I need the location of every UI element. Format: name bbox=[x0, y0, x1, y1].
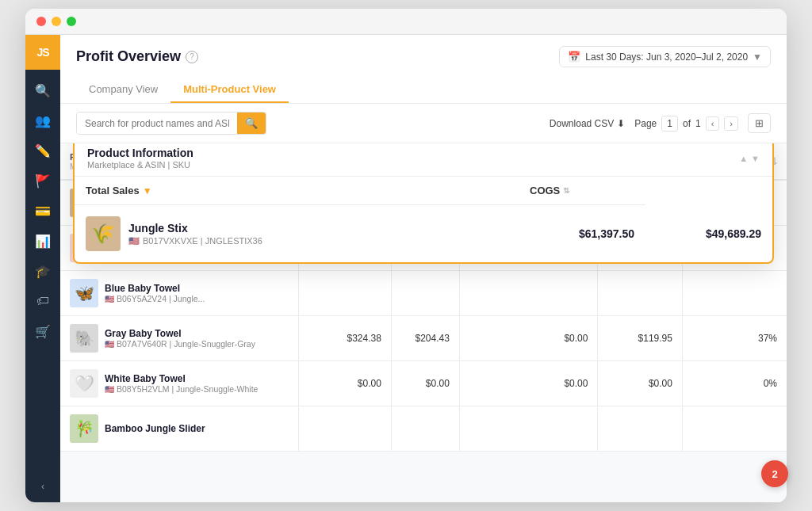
date-picker[interactable]: 📅 Last 30 Days: Jun 3, 2020–Jul 2, 2020 … bbox=[559, 46, 771, 67]
popup-card[interactable]: Product Information Marketplace & ASIN |… bbox=[73, 143, 774, 264]
tab-multi-product-view[interactable]: Multi-Product View bbox=[170, 77, 289, 103]
sidebar-collapse-button[interactable]: ‹ bbox=[29, 477, 57, 496]
flag-icon: 🇺🇸 bbox=[105, 295, 114, 303]
header-top: Profit Overview ? 📅 Last 30 Days: Jun 3,… bbox=[76, 46, 771, 67]
product-image: 🤍 bbox=[70, 369, 98, 398]
product-info: Blue Baby Towel 🇺🇸 B06Y5A2V24 | Jungle..… bbox=[105, 283, 205, 303]
product-info: Bamboo Jungle Slider bbox=[105, 423, 205, 434]
search-input[interactable] bbox=[77, 113, 237, 134]
calendar-icon: 📅 bbox=[568, 51, 580, 63]
cogs-cell: $0.00 bbox=[391, 361, 459, 406]
minimize-dot[interactable] bbox=[52, 17, 61, 26]
sidebar-icon-flag[interactable]: 🚩 bbox=[29, 166, 57, 195]
operating-expenses-cell bbox=[459, 271, 598, 316]
total-pages: 1 bbox=[695, 118, 701, 129]
sidebar-icon-tag[interactable]: 🏷 bbox=[29, 287, 57, 315]
sidebar: JS 🔍 👥 ✏️ 🚩 💳 📊 🎓 🏷 🛒 ‹ bbox=[25, 35, 60, 502]
product-cell: 🎋 Bamboo Jungle Slider bbox=[60, 406, 298, 452]
help-badge[interactable]: 2 bbox=[761, 460, 788, 487]
operating-expenses-cell: $0.00 bbox=[459, 361, 598, 406]
popup-product-row: 🌾 Jungle Stix 🇺🇸 B017VXKVXE | JNGLESTIX3… bbox=[75, 205, 772, 262]
cogs-header-label: COGS bbox=[530, 185, 560, 196]
popup-cogs-value: $49,689.29 bbox=[645, 205, 772, 262]
total-sales-header-label: Total Sales bbox=[86, 185, 140, 196]
header: Profit Overview ? 📅 Last 30 Days: Jun 3,… bbox=[60, 35, 787, 104]
product-image: 🎋 bbox=[70, 414, 98, 443]
product-name: Bamboo Jungle Slider bbox=[105, 423, 205, 434]
sort-up-icon: ▲ bbox=[739, 154, 748, 163]
product-name: Gray Baby Towel bbox=[105, 328, 255, 339]
net-profit-cell: $119.95 bbox=[598, 316, 682, 361]
total-sales-cell: $0.00 bbox=[298, 361, 391, 406]
cogs-cell bbox=[391, 406, 459, 452]
pagination: Page 1 of 1 ‹ › bbox=[634, 116, 738, 132]
popup-product-info-col: Product Information Marketplace & ASIN |… bbox=[87, 147, 193, 170]
column-picker-button[interactable]: ⊞ bbox=[748, 113, 771, 133]
net-profit-cell bbox=[598, 406, 682, 452]
table-container: Product Information ⇅ Marketplace & ASIN… bbox=[60, 143, 787, 502]
popup-product-cell: 🌾 Jungle Stix 🇺🇸 B017VXKVXE | JNGLESTIX3… bbox=[75, 205, 519, 262]
sidebar-icon-cart[interactable]: 🛒 bbox=[29, 317, 57, 345]
popup-product-image: 🌾 bbox=[86, 216, 121, 251]
popup-product-name: Jungle Stix bbox=[128, 222, 262, 235]
toolbar: 🔍 Download CSV ⬇ Page 1 of 1 ‹ › bbox=[60, 104, 787, 143]
total-sales-sort-icon: ▼ bbox=[143, 185, 152, 196]
product-image: 🐘 bbox=[70, 324, 98, 353]
product-cell: 🐘 Gray Baby Towel 🇺🇸 B07A7V640R | Jungle… bbox=[60, 316, 298, 361]
sidebar-logo: JS bbox=[25, 35, 60, 70]
tab-company-view[interactable]: Company View bbox=[76, 77, 170, 103]
total-sales-cell: $324.38 bbox=[298, 316, 391, 361]
popup-total-sales-header[interactable]: Total Sales ▼ bbox=[75, 177, 519, 205]
cogs-sort-icon: ⇅ bbox=[563, 186, 569, 195]
sort-down-icon: ▼ bbox=[751, 154, 760, 163]
product-name: Blue Baby Towel bbox=[105, 283, 205, 294]
prev-page-button[interactable]: ‹ bbox=[706, 116, 720, 131]
popup-col-sub: Marketplace & ASIN | SKU bbox=[87, 160, 193, 170]
total-sales-cell bbox=[298, 406, 391, 452]
info-icon[interactable]: ? bbox=[186, 51, 198, 63]
popup-cogs-header[interactable]: COGS ⇅ bbox=[519, 177, 645, 205]
table-row: 🐘 Gray Baby Towel 🇺🇸 B07A7V640R | Jungle… bbox=[60, 316, 787, 361]
total-sales-cell bbox=[298, 271, 391, 316]
sidebar-icon-card[interactable]: 💳 bbox=[29, 196, 57, 225]
table-row: 🎋 Bamboo Jungle Slider bbox=[60, 406, 787, 452]
next-page-button[interactable]: › bbox=[724, 116, 738, 131]
popup-total-sales-value: $61,397.50 bbox=[519, 205, 645, 262]
sidebar-icon-users[interactable]: 👥 bbox=[29, 106, 57, 135]
product-name: White Baby Towel bbox=[105, 373, 258, 384]
product-cell: 🤍 White Baby Towel 🇺🇸 B08Y5H2VLM | Jungl… bbox=[60, 361, 298, 406]
popup-header: Product Information Marketplace & ASIN |… bbox=[75, 143, 772, 177]
chevron-down-icon: ▼ bbox=[753, 51, 762, 63]
download-csv-label: Download CSV bbox=[550, 118, 614, 129]
product-image: 🦋 bbox=[70, 279, 98, 307]
gross-margin-cell: 37% bbox=[682, 316, 787, 361]
app-body: JS 🔍 👥 ✏️ 🚩 💳 📊 🎓 🏷 🛒 ‹ bbox=[25, 35, 787, 502]
table-row: 🤍 White Baby Towel 🇺🇸 B08Y5H2VLM | Jungl… bbox=[60, 361, 787, 406]
help-badge-count: 2 bbox=[772, 468, 777, 480]
net-profit-cell bbox=[598, 271, 682, 316]
page-number-input[interactable]: 1 bbox=[661, 116, 678, 132]
popup-column-headers: Total Sales ▼ COGS ⇅ bbox=[75, 177, 772, 205]
close-dot[interactable] bbox=[36, 17, 46, 26]
tabs: Company View Multi-Product View bbox=[76, 77, 771, 103]
popup-product-meta: 🇺🇸 B017VXKVXE | JNGLESTIX36 bbox=[128, 236, 262, 246]
product-info: Gray Baby Towel 🇺🇸 B07A7V640R | Jungle-S… bbox=[105, 328, 255, 349]
sidebar-icon-hat[interactable]: 🎓 bbox=[29, 257, 57, 285]
flag-icon: 🇺🇸 bbox=[105, 340, 114, 349]
maximize-dot[interactable] bbox=[67, 17, 76, 26]
gross-margin-cell bbox=[682, 406, 787, 452]
page-title: Profit Overview bbox=[76, 48, 181, 65]
operating-expenses-cell: $0.00 bbox=[459, 316, 598, 361]
sidebar-icon-search[interactable]: 🔍 bbox=[29, 76, 57, 105]
product-meta: 🇺🇸 B08Y5H2VLM | Jungle-Snuggle-White bbox=[105, 384, 258, 394]
date-range-label: Last 30 Days: Jun 3, 2020–Jul 2, 2020 bbox=[585, 51, 748, 63]
sidebar-icon-chart[interactable]: 📊 bbox=[29, 227, 57, 255]
gross-margin-cell: 0% bbox=[682, 361, 787, 406]
operating-expenses-cell bbox=[459, 406, 598, 452]
sidebar-icon-edit[interactable]: ✏️ bbox=[29, 136, 57, 165]
search-button[interactable]: 🔍 bbox=[237, 112, 266, 134]
gross-margin-cell bbox=[682, 271, 787, 316]
product-info: White Baby Towel 🇺🇸 B08Y5H2VLM | Jungle-… bbox=[105, 373, 258, 394]
title-bar bbox=[25, 9, 787, 35]
download-csv-button[interactable]: Download CSV ⬇ bbox=[550, 118, 625, 129]
